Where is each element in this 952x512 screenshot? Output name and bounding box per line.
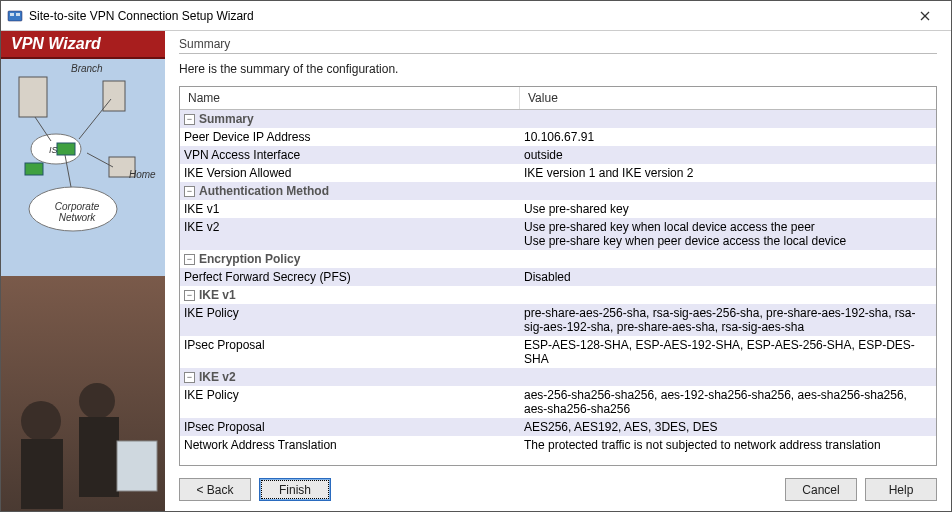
tree-item-row: Network Address TranslationThe protected…	[180, 436, 936, 454]
tree-cell-name: IPsec Proposal	[180, 336, 520, 368]
tree-item-label: IKE Policy	[184, 306, 239, 320]
collapse-icon[interactable]: −	[184, 372, 195, 383]
tree-group-row[interactable]: −Summary	[180, 110, 936, 128]
finish-button[interactable]: Finish	[259, 478, 331, 501]
wizard-body: VPN Wizard ISP Branch	[1, 31, 951, 511]
tree-cell-value: Use pre-shared key when local device acc…	[520, 218, 936, 250]
tree-cell-name: IKE v2	[180, 218, 520, 250]
people-illustration-icon	[1, 331, 165, 511]
tree-cell-name: −IKE v1	[180, 286, 520, 304]
tree-item-row: Perfect Forward Secrecy (PFS)Disabled	[180, 268, 936, 286]
tree-group-label: Encryption Policy	[199, 252, 300, 266]
svg-rect-10	[57, 143, 75, 155]
label-corp: Corporate Network	[47, 201, 107, 223]
tree-group-row[interactable]: −Encryption Policy	[180, 250, 936, 268]
tree-item-label: Peer Device IP Address	[184, 130, 311, 144]
help-button[interactable]: Help	[865, 478, 937, 501]
tree-item-row: VPN Access Interfaceoutside	[180, 146, 936, 164]
tree-cell-name: Perfect Forward Secrecy (PFS)	[180, 268, 520, 286]
tree-cell-name: Peer Device IP Address	[180, 128, 520, 146]
close-button[interactable]	[905, 2, 945, 30]
tree-cell-name: −IKE v2	[180, 368, 520, 386]
tree-item-label: IPsec Proposal	[184, 420, 265, 434]
section-title: Summary	[179, 37, 937, 54]
tree-item-label: VPN Access Interface	[184, 148, 300, 162]
tree-cell-value: AES256, AES192, AES, 3DES, DES	[520, 418, 936, 436]
app-icon	[7, 8, 23, 24]
label-branch: Branch	[71, 63, 103, 74]
tree-cell-value: Disabled	[520, 268, 936, 286]
tree-cell-name: Network Address Translation	[180, 436, 520, 454]
tree-item-row: IPsec ProposalESP-AES-128-SHA, ESP-AES-1…	[180, 336, 936, 368]
tree-cell-name: −Authentication Method	[180, 182, 520, 200]
collapse-icon[interactable]: −	[184, 114, 195, 125]
tree-cell-name: −Encryption Policy	[180, 250, 520, 268]
tree-item-label: IPsec Proposal	[184, 338, 265, 352]
window-title: Site-to-site VPN Connection Setup Wizard	[29, 9, 905, 23]
tree-cell-name: IPsec Proposal	[180, 418, 520, 436]
tree-group-label: Summary	[199, 112, 254, 126]
tree-cell-name: IKE Policy	[180, 304, 520, 336]
tree-item-label: IKE Version Allowed	[184, 166, 291, 180]
tree-group-label: Authentication Method	[199, 184, 329, 198]
sidebar: VPN Wizard ISP Branch	[1, 31, 165, 511]
tree-item-row: IPsec ProposalAES256, AES192, AES, 3DES,…	[180, 418, 936, 436]
tree-cell-value	[520, 182, 936, 200]
tree-cell-value: Use pre-shared key	[520, 200, 936, 218]
label-home: Home	[129, 169, 156, 180]
button-bar: < Back Finish Cancel Help	[179, 466, 937, 501]
tree-cell-value: ESP-AES-128-SHA, ESP-AES-192-SHA, ESP-AE…	[520, 336, 936, 368]
tree-item-row: IKE Policypre-share-aes-256-sha, rsa-sig…	[180, 304, 936, 336]
tree-cell-name: −Summary	[180, 110, 520, 128]
svg-line-13	[79, 99, 111, 139]
collapse-icon[interactable]: −	[184, 290, 195, 301]
tree-item-label: Network Address Translation	[184, 438, 337, 452]
svg-point-18	[79, 383, 115, 419]
tree-group-row[interactable]: −Authentication Method	[180, 182, 936, 200]
svg-rect-19	[79, 417, 119, 497]
summary-tree[interactable]: Name Value −SummaryPeer Device IP Addres…	[179, 86, 937, 466]
tree-item-label: Perfect Forward Secrecy (PFS)	[184, 270, 351, 284]
svg-rect-11	[25, 163, 43, 175]
sidebar-illustration: ISP Branch Home Corporate Network	[1, 59, 165, 511]
tree-item-label: IKE v2	[184, 220, 219, 234]
tree-item-row: IKE v2Use pre-shared key when local devi…	[180, 218, 936, 250]
col-header-value[interactable]: Value	[520, 87, 936, 109]
tree-group-row[interactable]: −IKE v2	[180, 368, 936, 386]
titlebar: Site-to-site VPN Connection Setup Wizard	[1, 1, 951, 31]
svg-rect-6	[103, 81, 125, 111]
main-panel: Summary Here is the summary of the confi…	[165, 31, 951, 511]
tree-cell-value: outside	[520, 146, 936, 164]
tree-item-row: IKE Policyaes-256-sha256-sha256, aes-192…	[180, 386, 936, 418]
section-description: Here is the summary of the configuration…	[179, 62, 937, 76]
svg-rect-2	[16, 13, 20, 16]
tree-item-row: Peer Device IP Address10.106.67.91	[180, 128, 936, 146]
col-header-name[interactable]: Name	[180, 87, 520, 109]
tree-group-label: IKE v1	[199, 288, 236, 302]
tree-item-label: IKE Policy	[184, 388, 239, 402]
tree-cell-value	[520, 286, 936, 304]
tree-cell-value	[520, 110, 936, 128]
tree-cell-value	[520, 368, 936, 386]
svg-rect-17	[21, 439, 63, 509]
tree-header: Name Value	[180, 87, 936, 110]
tree-item-row: IKE Version AllowedIKE version 1 and IKE…	[180, 164, 936, 182]
wizard-window: Site-to-site VPN Connection Setup Wizard…	[0, 0, 952, 512]
tree-cell-value: pre-share-aes-256-sha, rsa-sig-aes-256-s…	[520, 304, 936, 336]
sidebar-header: VPN Wizard	[1, 31, 165, 59]
button-spacer	[339, 478, 777, 501]
tree-body: −SummaryPeer Device IP Address10.106.67.…	[180, 110, 936, 454]
svg-point-16	[21, 401, 61, 441]
tree-group-row[interactable]: −IKE v1	[180, 286, 936, 304]
tree-cell-name: VPN Access Interface	[180, 146, 520, 164]
tree-cell-name: IKE Policy	[180, 386, 520, 418]
collapse-icon[interactable]: −	[184, 254, 195, 265]
collapse-icon[interactable]: −	[184, 186, 195, 197]
tree-cell-name: IKE v1	[180, 200, 520, 218]
tree-cell-value: aes-256-sha256-sha256, aes-192-sha256-sh…	[520, 386, 936, 418]
svg-rect-5	[19, 77, 47, 117]
svg-rect-1	[10, 13, 14, 16]
cancel-button[interactable]: Cancel	[785, 478, 857, 501]
close-icon	[920, 11, 930, 21]
back-button[interactable]: < Back	[179, 478, 251, 501]
